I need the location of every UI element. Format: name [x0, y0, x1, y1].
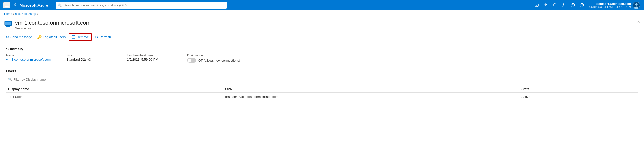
notifications-icon[interactable]: [551, 1, 559, 9]
page-title: vm-1.contoso.onmicrosoft.com: [15, 20, 91, 26]
cell-display-name: Test User1: [6, 93, 223, 101]
breadcrumb-home[interactable]: Home: [4, 12, 12, 16]
svg-rect-1: [5, 5, 9, 5]
users-section-title: Users: [6, 69, 638, 73]
table-header: Display name UPN State: [6, 86, 638, 93]
users-table: Display name UPN State Test User1 testus…: [6, 86, 638, 101]
drain-mode-value: Off (allows new connections): [198, 59, 240, 62]
drain-mode-toggle[interactable]: [187, 58, 196, 63]
summary-size-value: Standard D2s v3: [66, 58, 117, 61]
topbar-icons: ?: [533, 1, 586, 9]
summary-name-label: Name: [6, 54, 56, 57]
remove-label: Remove: [77, 35, 89, 39]
user-name: testuser1@contoso.com: [596, 2, 631, 6]
svg-point-6: [563, 5, 564, 6]
svg-text:?: ?: [572, 4, 574, 7]
help-icon[interactable]: ?: [569, 1, 577, 9]
search-input[interactable]: [56, 2, 227, 9]
search-bar[interactable]: 🔍: [56, 2, 227, 9]
send-message-icon: ✉: [6, 35, 9, 39]
table-header-row: Display name UPN State: [6, 86, 638, 93]
page-title-group: vm-1.contoso.onmicrosoft.com Session hos…: [15, 20, 91, 30]
summary-drain-mode-label: Drain mode: [187, 54, 240, 57]
svg-rect-19: [72, 35, 75, 38]
search-icon: 🔍: [58, 3, 62, 7]
summary-name: Name vm-1.contoso.onmicrosoft.com: [6, 54, 56, 63]
col-upn: UPN: [223, 86, 519, 93]
table-row[interactable]: Test User1 testuser1@contoso.onmicrosoft…: [6, 93, 638, 101]
col-state: State: [519, 86, 638, 93]
azure-logo: Microsoft Azure: [13, 3, 48, 8]
refresh-icon: [95, 35, 98, 39]
filter-search-icon: 🔍: [8, 78, 12, 81]
log-off-label: Log off all users: [43, 35, 66, 39]
trash-icon: [72, 35, 75, 39]
filter-input[interactable]: [6, 76, 64, 83]
page-header: vm-1.contoso.onmicrosoft.com Session hos…: [0, 18, 644, 32]
filter-wrapper: 🔍: [6, 76, 64, 83]
cloud-shell-icon[interactable]: [533, 1, 541, 9]
close-button[interactable]: ×: [637, 20, 640, 24]
breadcrumb-sep-2: ›: [37, 12, 38, 15]
user-tenant: CONTOSO (DEFAULT DIRECTORY): [589, 6, 631, 8]
send-message-label: Send message: [10, 35, 32, 39]
cell-upn: testuser1@contoso.onmicrosoft.com: [223, 93, 519, 101]
cell-state: Active: [519, 93, 638, 101]
feedback-icon[interactable]: [578, 1, 586, 9]
logo-text: Microsoft Azure: [20, 3, 48, 7]
summary-section-title: Summary: [6, 47, 638, 51]
table-body: Test User1 testuser1@contoso.onmicrosoft…: [6, 93, 638, 101]
summary-heartbeat: Last heartbeat time 1/5/2021, 5:59:00 PM: [127, 54, 177, 63]
main-content: Summary Name vm-1.contoso.onmicrosoft.co…: [0, 43, 644, 105]
topbar: Microsoft Azure 🔍 ? testuser1@contoso.co…: [0, 0, 644, 10]
user-profile[interactable]: testuser1@contoso.com CONTOSO (DEFAULT D…: [588, 2, 641, 9]
summary-name-value[interactable]: vm-1.contoso.onmicrosoft.com: [6, 58, 51, 61]
svg-point-11: [582, 5, 583, 5]
refresh-label: Refresh: [100, 35, 111, 39]
summary-heartbeat-value: 1/5/2021, 5:59:00 PM: [127, 58, 177, 61]
send-message-button[interactable]: ✉ Send message: [4, 34, 34, 40]
upload-icon[interactable]: [542, 1, 550, 9]
summary-size-label: Size: [66, 54, 117, 57]
toggle-knob: [188, 59, 191, 62]
summary-grid: Name vm-1.contoso.onmicrosoft.com Size S…: [6, 54, 638, 63]
svg-rect-2: [5, 6, 9, 7]
col-display-name: Display name: [6, 86, 223, 93]
action-bar: ✉ Send message 🔑 Log off all users Remov…: [0, 32, 644, 43]
svg-rect-16: [5, 22, 11, 25]
svg-point-10: [581, 5, 581, 5]
breadcrumb: Home › hostPool928-hp ›: [0, 10, 644, 18]
refresh-button[interactable]: Refresh: [93, 34, 113, 40]
svg-point-13: [635, 3, 637, 6]
summary-size: Size Standard D2s v3: [66, 54, 117, 63]
users-section: Users 🔍 Display name UPN State Test User…: [6, 69, 638, 101]
svg-point-9: [580, 3, 584, 7]
svg-rect-17: [7, 26, 10, 26]
remove-button[interactable]: Remove: [69, 33, 92, 41]
summary-heartbeat-label: Last heartbeat time: [127, 54, 177, 57]
key-icon: 🔑: [37, 35, 42, 39]
svg-rect-0: [5, 4, 9, 4]
hamburger-icon[interactable]: [3, 2, 10, 8]
svg-rect-18: [6, 26, 10, 27]
page-subtitle: Session host: [15, 27, 91, 30]
vm-icon: [4, 20, 12, 27]
breadcrumb-sep-1: ›: [13, 12, 14, 15]
avatar: [633, 2, 640, 9]
breadcrumb-hostpool[interactable]: hostPool928-hp: [15, 12, 36, 16]
log-off-button[interactable]: 🔑 Log off all users: [35, 34, 68, 40]
svg-rect-5: [544, 6, 547, 6]
svg-rect-3: [535, 4, 538, 6]
drain-mode-toggle-row: Off (allows new connections): [187, 58, 240, 63]
user-info: testuser1@contoso.com CONTOSO (DEFAULT D…: [589, 2, 631, 8]
summary-drain-mode: Drain mode Off (allows new connections): [187, 54, 240, 63]
settings-icon[interactable]: [560, 1, 568, 9]
